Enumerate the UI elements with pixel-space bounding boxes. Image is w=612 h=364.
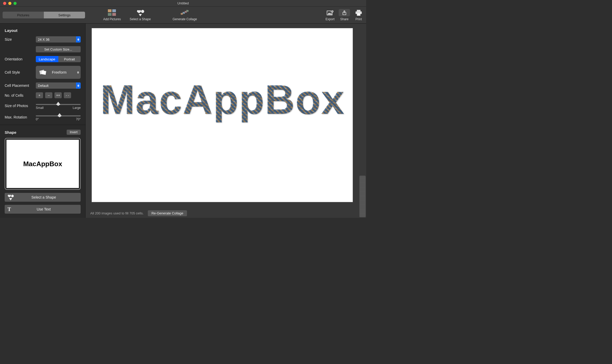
titlebar: Untitled (0, 0, 366, 7)
use-text-button[interactable]: T Use Text (5, 205, 81, 214)
shapes-icon (7, 194, 15, 200)
add-pictures-label: Add Pictures (103, 17, 121, 21)
print-button[interactable]: Print (354, 9, 363, 21)
layout-section-title: Layout (5, 28, 81, 33)
regenerate-collage-button[interactable]: Re-Generate Collage (148, 210, 187, 216)
set-custom-size-button[interactable]: Set Custom Size... (36, 46, 81, 52)
select-shape-button[interactable]: Select a Shape (130, 9, 151, 21)
svg-rect-18 (41, 71, 46, 75)
svg-rect-14 (357, 10, 360, 11)
freeform-icon (38, 68, 47, 77)
invert-shape-button[interactable]: Invert (67, 130, 81, 135)
use-text-label: Use Text (15, 207, 81, 211)
main-area: Layout Size 24 X 36 Set Custom Size... O… (0, 24, 366, 218)
status-bar: All 200 images used to fill 705 cells. R… (86, 208, 366, 218)
text-icon: T (7, 207, 15, 212)
collage-artboard[interactable]: MacAppBox (92, 28, 353, 202)
generate-collage-label: Generate Collage (172, 17, 197, 21)
orientation-landscape-button[interactable]: Landscape (36, 56, 58, 62)
orientation-label: Orientation (5, 57, 33, 61)
max-rotation-label: Max. Rotation (5, 115, 33, 119)
slider-max-label: Large (73, 106, 81, 110)
svg-rect-7 (183, 12, 185, 14)
svg-marker-20 (9, 198, 12, 200)
svg-rect-1 (112, 9, 116, 12)
size-of-photos-slider[interactable]: Small Large (36, 102, 81, 110)
mode-switch: Pictures Settings (3, 12, 85, 18)
mode-settings-button[interactable]: Settings (44, 12, 85, 18)
settings-sidebar: Layout Size 24 X 36 Set Custom Size... O… (0, 24, 86, 218)
orientation-portrait-button[interactable]: Portrait (58, 56, 81, 62)
add-pictures-icon (108, 9, 116, 16)
svg-rect-3 (112, 13, 116, 16)
size-select[interactable]: 24 X 36 (36, 36, 81, 43)
generate-collage-icon (180, 9, 189, 16)
maximize-window-button[interactable] (13, 2, 17, 5)
rotation-max-label: 70° (76, 117, 81, 121)
close-window-button[interactable] (3, 2, 6, 5)
rotation-min-label: 0° (36, 117, 39, 121)
add-pictures-button[interactable]: Add Pictures (103, 9, 121, 21)
slider-thumb[interactable] (56, 102, 60, 106)
window-title: Untitled (177, 1, 189, 5)
share-button[interactable]: Share (339, 9, 350, 21)
select-a-shape-label: Select a Shape (15, 195, 81, 199)
toolbar-actions: Add Pictures Select a Shape (103, 9, 197, 21)
cell-placement-select[interactable]: Default (36, 82, 81, 89)
chevron-updown-icon (76, 36, 81, 43)
cell-placement-value: Default (38, 84, 48, 88)
select-shape-icon (136, 9, 145, 16)
canvas-pane: MacAppBox All 200 images used to fill 70… (86, 24, 366, 218)
select-shape-label: Select a Shape (130, 17, 151, 21)
zoom-slider[interactable] (359, 176, 366, 217)
cell-placement-label: Cell Placement (5, 83, 33, 88)
svg-rect-2 (108, 13, 112, 16)
size-of-photos-label: Size of Photos (5, 104, 33, 108)
share-label: Share (340, 17, 349, 21)
collage-text: MacAppBox (100, 76, 344, 123)
mode-pictures-button[interactable]: Pictures (3, 12, 44, 18)
export-icon (326, 9, 335, 16)
svg-rect-0 (108, 9, 112, 12)
svg-point-19 (11, 195, 14, 197)
toolbar-right: Export Share (325, 9, 363, 21)
chevron-updown-icon (76, 82, 81, 89)
select-a-shape-button[interactable]: Select a Shape (5, 193, 81, 202)
max-rotation-slider[interactable]: 0° 70° (36, 113, 81, 121)
app-window: Untitled Pictures Settings Add Pictures (0, 0, 366, 218)
svg-point-12 (331, 11, 332, 12)
size-select-value: 24 X 36 (38, 38, 50, 41)
slider-min-label: Small (36, 106, 44, 110)
slider-thumb[interactable] (58, 113, 62, 117)
generate-collage-button[interactable]: Generate Collage (172, 9, 197, 21)
export-button[interactable]: Export (325, 9, 335, 21)
svg-text:T: T (8, 207, 11, 212)
chevron-updown-icon (75, 66, 81, 79)
cell-style-select[interactable]: Freeform (36, 66, 81, 79)
status-info: All 200 images used to fill 705 cells. (90, 211, 144, 215)
svg-point-4 (141, 10, 144, 13)
cell-count-buttons: + – ++ - - (36, 92, 81, 98)
shape-preview[interactable]: MacAppBox (5, 138, 81, 190)
cells-plus-button[interactable]: + (36, 92, 43, 98)
no-of-cells-label: No. of Cells (5, 93, 33, 97)
print-icon (354, 9, 363, 16)
cells-minus-button[interactable]: – (45, 92, 52, 98)
cells-plusplus-button[interactable]: ++ (54, 92, 62, 98)
svg-marker-5 (139, 14, 142, 16)
shape-section-title: Shape (5, 130, 16, 135)
size-label: Size (5, 37, 33, 41)
minimize-window-button[interactable] (8, 2, 11, 5)
svg-rect-16 (357, 13, 360, 16)
cell-style-value: Freeform (52, 70, 67, 74)
cell-style-label: Cell Style (5, 70, 33, 74)
toolbar: Pictures Settings Add Pictures (0, 7, 366, 24)
svg-marker-11 (328, 12, 332, 15)
canvas-scroll[interactable]: MacAppBox (86, 24, 366, 208)
share-icon (339, 9, 350, 16)
print-label: Print (356, 17, 362, 21)
traffic-lights (0, 2, 17, 5)
export-label: Export (325, 17, 335, 21)
cells-minusminus-button[interactable]: - - (64, 92, 71, 98)
shape-preview-text: MacAppBox (6, 140, 79, 188)
